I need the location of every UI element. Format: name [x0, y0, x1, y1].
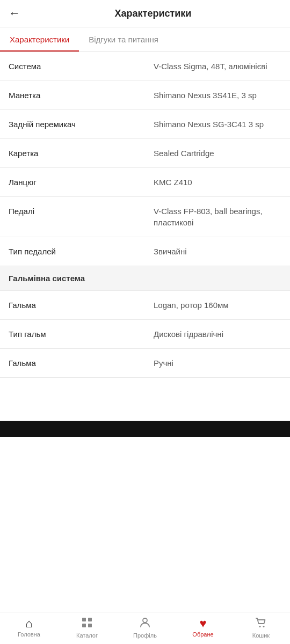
- table-row: ГальмаLogan, ротор 160мм: [0, 291, 290, 320]
- footer-band: [0, 421, 290, 437]
- table-row: Тип педалейЗвичайні: [0, 237, 290, 266]
- spec-value: Shimano Nexus 3S41E, 3 sp: [145, 81, 290, 110]
- spec-label: Тип педалей: [0, 237, 145, 266]
- specs-table: СистемаV-Class Sigma, 48T, алюмінієвіМан…: [0, 52, 290, 378]
- home-icon: ⌂: [25, 618, 32, 630]
- spec-label: Каретка: [0, 139, 145, 168]
- profile-icon: [139, 617, 151, 631]
- spec-label: Ланцюг: [0, 168, 145, 197]
- tabs-container: Характеристики Відгуки та питання: [0, 27, 290, 52]
- spec-value: Дискові гідравлічні: [145, 320, 290, 349]
- bottom-nav: ⌂ Головна Каталог Профіль ♥ Обране: [0, 612, 290, 644]
- svg-rect-1: [88, 618, 92, 621]
- spec-value: Ручні: [145, 349, 290, 378]
- table-row: КареткаSealed Cartridge: [0, 139, 290, 168]
- back-button[interactable]: ←: [9, 8, 25, 19]
- nav-favorites[interactable]: ♥ Обране: [187, 618, 219, 638]
- header: ← Характеристики: [0, 0, 290, 27]
- table-row: ПедаліV-Class FP-803, ball bearings, пла…: [0, 197, 290, 237]
- svg-point-6: [263, 626, 265, 627]
- spec-value: V-Class Sigma, 48T, алюмінієві: [145, 52, 290, 81]
- table-row: Тип гальмДискові гідравлічні: [0, 320, 290, 349]
- spec-label: Педалі: [0, 197, 145, 237]
- table-row: МанеткаShimano Nexus 3S41E, 3 sp: [0, 81, 290, 110]
- tab-reviews[interactable]: Відгуки та питання: [79, 27, 168, 52]
- nav-cart[interactable]: Кошик: [245, 617, 277, 639]
- spec-label: Манетка: [0, 81, 145, 110]
- nav-cart-label: Кошик: [252, 632, 270, 639]
- spec-label: Тип гальм: [0, 320, 145, 349]
- main-content: СистемаV-Class Sigma, 48T, алюмінієвіМан…: [0, 52, 290, 421]
- spec-value: Logan, ротор 160мм: [145, 291, 290, 320]
- favorites-icon: ♥: [199, 618, 206, 630]
- svg-rect-2: [82, 624, 86, 627]
- section-header-label: Гальмівна система: [0, 266, 290, 291]
- spec-value: Shimano Nexus SG-3C41 3 sp: [145, 110, 290, 139]
- spec-value: V-Class FP-803, ball bearings, пластиков…: [145, 197, 290, 237]
- nav-catalog-label: Каталог: [76, 632, 98, 639]
- spec-label: Гальма: [0, 349, 145, 378]
- nav-favorites-label: Обране: [192, 631, 213, 638]
- table-row: ЛанцюгKMC Z410: [0, 168, 290, 197]
- spec-label: Гальма: [0, 291, 145, 320]
- svg-point-4: [143, 618, 147, 623]
- svg-point-5: [259, 626, 261, 627]
- spec-label: Система: [0, 52, 145, 81]
- nav-home[interactable]: ⌂ Головна: [13, 618, 45, 638]
- spec-value: KMC Z410: [145, 168, 290, 197]
- tab-characteristics[interactable]: Характеристики: [0, 27, 79, 52]
- nav-profile[interactable]: Профіль: [129, 617, 161, 639]
- nav-profile-label: Профіль: [133, 632, 157, 639]
- cart-icon: [255, 617, 267, 631]
- nav-home-label: Головна: [18, 631, 40, 638]
- spec-label: Задній перемикач: [0, 110, 145, 139]
- catalog-icon: [81, 617, 93, 631]
- nav-catalog[interactable]: Каталог: [71, 617, 103, 639]
- table-row: Задній перемикачShimano Nexus SG-3C41 3 …: [0, 110, 290, 139]
- table-row: СистемаV-Class Sigma, 48T, алюмінієві: [0, 52, 290, 81]
- table-row: ГальмаРучні: [0, 349, 290, 378]
- spec-value: Звичайні: [145, 237, 290, 266]
- svg-rect-0: [82, 618, 86, 621]
- svg-rect-3: [88, 624, 92, 627]
- page-title: Характеристики: [25, 8, 281, 19]
- spec-value: Sealed Cartridge: [145, 139, 290, 168]
- section-header-row: Гальмівна система: [0, 266, 290, 291]
